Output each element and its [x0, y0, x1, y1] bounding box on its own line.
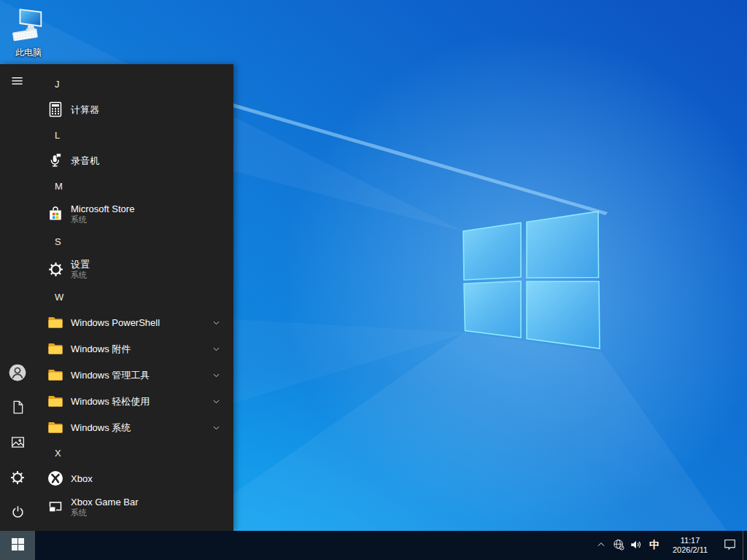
- app-sublabel: 系统: [71, 271, 233, 280]
- app-sublabel: 系统: [71, 215, 233, 225]
- start-menu-item[interactable]: Xbox Game Bar系统: [35, 491, 233, 522]
- start-menu-folder[interactable]: Windows 管理工具: [35, 362, 233, 388]
- user-icon: [8, 363, 27, 384]
- system-tray: 中 11:17 2026/2/11: [592, 531, 747, 560]
- windows-desktop: 此电脑 J计算器L录音机MMicrosoft Store系统S设置系统WWind…: [0, 0, 747, 560]
- this-pc-icon: [9, 7, 47, 44]
- start-menu-folder[interactable]: Windows 轻松使用: [35, 388, 233, 414]
- hamburger-icon: [10, 74, 25, 90]
- app-texts: Xbox: [71, 473, 233, 484]
- start-menu-item[interactable]: 计算器: [35, 96, 233, 122]
- app-texts: 计算器: [71, 104, 233, 115]
- chevron-down-icon[interactable]: [210, 421, 222, 434]
- volume-button[interactable]: [627, 531, 645, 560]
- app-texts: Windows 系统: [71, 422, 210, 433]
- chevron-down-icon[interactable]: [210, 316, 222, 329]
- desktop-icon-label: 此电脑: [6, 47, 51, 58]
- xbox-gamebar-icon: [47, 498, 64, 516]
- start-menu: J计算器L录音机MMicrosoft Store系统S设置系统WWindows …: [0, 64, 233, 531]
- app-label: Windows 系统: [71, 422, 210, 433]
- start-menu-item[interactable]: Microsoft Store系统: [35, 198, 233, 229]
- app-texts: 设置系统: [71, 259, 233, 280]
- start-menu-item[interactable]: 录音机: [35, 147, 233, 174]
- app-texts: Xbox Game Bar系统: [71, 497, 233, 518]
- pictures-icon: [10, 435, 26, 452]
- gear-icon: [9, 470, 26, 488]
- app-label: Windows 轻松使用: [71, 396, 210, 407]
- action-center-button[interactable]: [716, 531, 743, 560]
- app-label: Xbox Game Bar: [71, 497, 233, 508]
- section-header[interactable]: L: [35, 122, 233, 147]
- app-texts: Windows PowerShell: [71, 317, 210, 328]
- section-letter: L: [55, 130, 60, 141]
- globe-no-internet-icon: [612, 538, 625, 553]
- start-menu-item[interactable]: 设置系统: [35, 254, 233, 284]
- rail-documents-button[interactable]: [0, 391, 35, 426]
- power-icon: [10, 505, 26, 522]
- show-desktop-button[interactable]: [743, 531, 747, 560]
- section-header[interactable]: W: [35, 284, 233, 309]
- app-texts: Microsoft Store系统: [71, 203, 233, 225]
- app-label: Windows PowerShell: [71, 317, 210, 328]
- section-header[interactable]: Z: [35, 522, 233, 531]
- start-button[interactable]: [0, 531, 35, 560]
- clock-date: 2026/2/11: [673, 545, 708, 555]
- rail-user-button[interactable]: [0, 356, 35, 391]
- start-menu-folder[interactable]: Windows 系统: [35, 414, 233, 440]
- chevron-down-icon[interactable]: [210, 395, 222, 408]
- document-icon: [10, 400, 26, 417]
- show-hidden-icons-button[interactable]: [592, 531, 610, 560]
- rail-power-button[interactable]: [0, 496, 35, 531]
- folder-icon: [47, 366, 64, 384]
- voice-recorder-icon: [47, 152, 64, 169]
- folder-icon: [47, 314, 64, 331]
- section-letter: X: [55, 448, 61, 459]
- start-menu-folder[interactable]: Windows PowerShell: [35, 309, 233, 335]
- speaker-icon: [630, 538, 643, 553]
- taskbar-clock[interactable]: 11:17 2026/2/11: [664, 531, 716, 560]
- clock-time: 11:17: [673, 536, 708, 545]
- app-sublabel: 系统: [71, 508, 233, 518]
- network-button[interactable]: [610, 531, 627, 560]
- section-header[interactable]: J: [35, 71, 233, 96]
- folder-icon: [47, 419, 64, 436]
- app-texts: Windows 轻松使用: [71, 396, 210, 407]
- calculator-icon: [47, 101, 64, 118]
- app-texts: Windows 附件: [71, 343, 210, 354]
- section-header[interactable]: X: [35, 440, 233, 465]
- rail-spacer: [0, 99, 35, 356]
- app-label: Windows 管理工具: [71, 370, 210, 381]
- start-menu-app-list: J计算器L录音机MMicrosoft Store系统S设置系统WWindows …: [35, 64, 233, 531]
- section-header[interactable]: S: [35, 229, 233, 254]
- folder-icon: [47, 392, 64, 410]
- start-menu-rail: [0, 64, 35, 531]
- section-letter: J: [55, 79, 60, 90]
- folder-icon: [47, 340, 64, 357]
- windows-logo-icon: [12, 538, 24, 553]
- taskbar-empty-area[interactable]: [35, 531, 592, 560]
- settings-icon: [47, 260, 64, 278]
- app-label: Microsoft Store: [71, 203, 233, 214]
- notification-icon: [723, 537, 737, 553]
- taskbar: 中 11:17 2026/2/11: [0, 531, 747, 560]
- app-texts: 录音机: [71, 155, 233, 166]
- start-menu-item[interactable]: Xbox: [35, 465, 233, 491]
- ime-indicator[interactable]: 中: [645, 531, 664, 560]
- rail-menu-button[interactable]: [0, 64, 35, 99]
- section-letter: W: [55, 292, 63, 303]
- desktop-icon-this-pc[interactable]: 此电脑: [6, 7, 51, 58]
- rail-settings-button[interactable]: [0, 461, 35, 496]
- rail-pictures-button[interactable]: [0, 426, 35, 461]
- app-label: Windows 附件: [71, 343, 210, 354]
- app-texts: Windows 管理工具: [71, 370, 210, 381]
- app-label: Xbox: [71, 473, 233, 484]
- chevron-up-icon: [595, 539, 607, 553]
- app-label: 设置: [71, 259, 233, 270]
- section-header[interactable]: M: [35, 174, 233, 198]
- chevron-down-icon[interactable]: [210, 369, 222, 381]
- section-letter: S: [55, 236, 61, 247]
- chevron-down-icon[interactable]: [210, 343, 222, 355]
- start-menu-folder[interactable]: Windows 附件: [35, 335, 233, 362]
- section-letter: M: [55, 181, 63, 192]
- app-label: 计算器: [71, 104, 233, 115]
